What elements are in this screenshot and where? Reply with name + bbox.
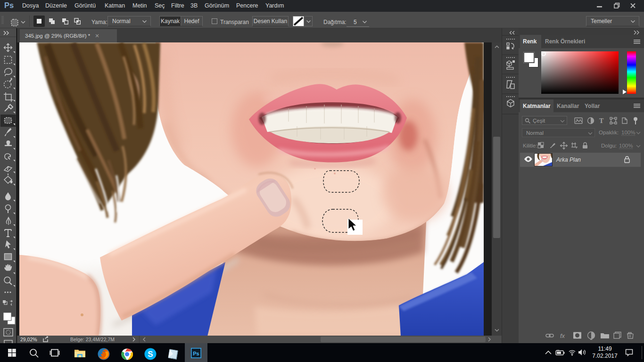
svg-text:T: T (599, 117, 604, 124)
svg-text:Ps: Ps (193, 351, 199, 356)
svg-text:S: S (148, 350, 153, 359)
svg-text:fx: fx (560, 332, 565, 339)
